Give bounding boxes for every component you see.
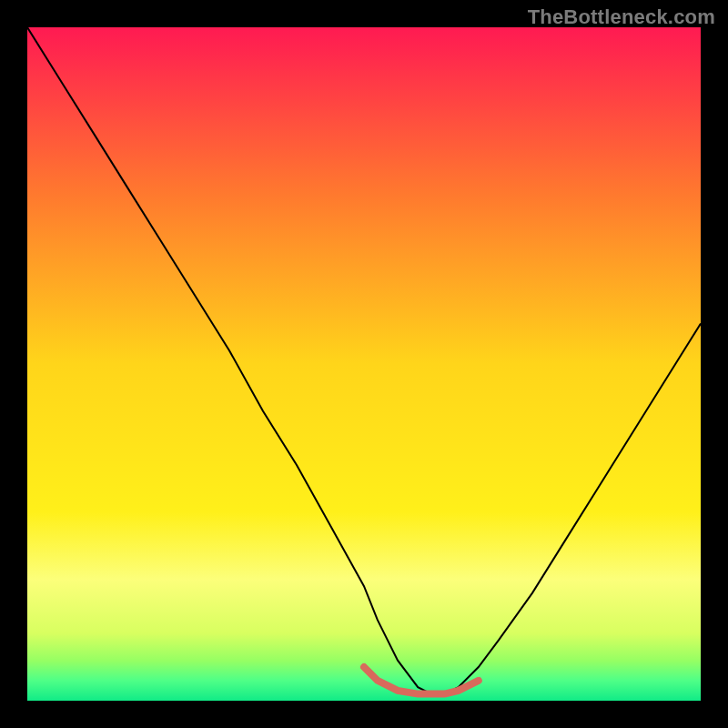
gradient-background bbox=[27, 27, 701, 701]
chart-frame: TheBottleneck.com bbox=[0, 0, 728, 728]
watermark-text: TheBottleneck.com bbox=[528, 5, 715, 29]
bottleneck-chart bbox=[27, 27, 701, 701]
